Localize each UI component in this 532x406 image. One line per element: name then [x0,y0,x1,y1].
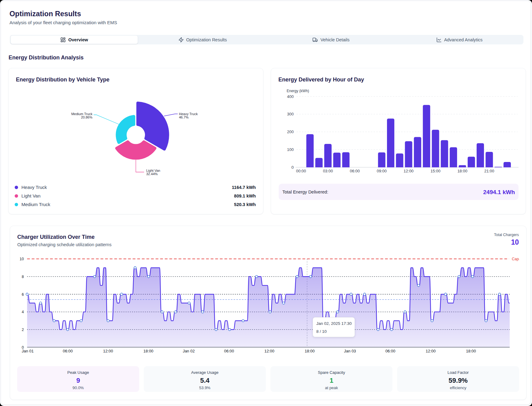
svg-text:06:00: 06:00 [385,349,396,353]
svg-text:Jan 01: Jan 01 [22,349,34,353]
svg-text:12:00: 12:00 [103,349,113,353]
svg-text:6: 6 [22,292,24,297]
svg-text:Capacity: Capacity [512,257,527,261]
svg-text:18:00: 18:00 [305,349,315,353]
svg-text:18:00: 18:00 [466,349,476,353]
svg-text:Jan 02: Jan 02 [183,349,195,353]
svg-text:2: 2 [22,328,24,332]
svg-text:10: 10 [20,257,24,261]
svg-text:Jan 03: Jan 03 [344,349,356,353]
svg-text:12:00: 12:00 [264,349,274,353]
svg-text:4: 4 [22,310,24,314]
svg-text:06:00: 06:00 [224,349,234,353]
svg-text:18:00: 18:00 [143,349,154,353]
svg-text:06:00: 06:00 [63,349,73,353]
svg-text:12:00: 12:00 [426,349,436,353]
svg-text:8: 8 [22,275,24,279]
